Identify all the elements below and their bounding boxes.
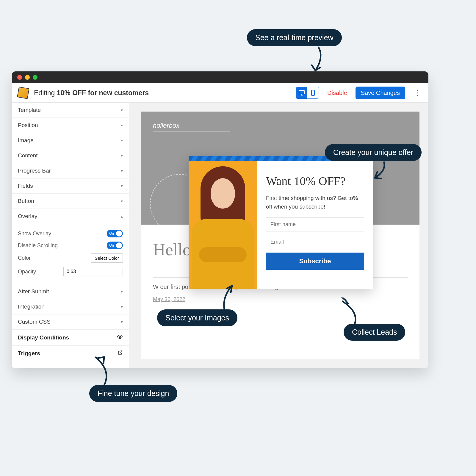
toolbar: Editing 10% OFF for new customers Disabl…: [12, 83, 428, 103]
first-name-input[interactable]: [266, 217, 364, 231]
section-image[interactable]: Image: [12, 133, 129, 148]
more-menu-icon[interactable]: ⋮: [411, 89, 422, 97]
window-titlebar: [12, 71, 428, 83]
opacity-label: Opacity: [18, 269, 36, 275]
popup-preview: Want 10% OFF? First time shopping with u…: [189, 156, 373, 289]
subscribe-button[interactable]: Subscribe: [266, 253, 364, 270]
chevron-down-icon: [121, 168, 123, 173]
chevron-down-icon: [121, 320, 123, 324]
save-button[interactable]: Save Changes: [356, 87, 405, 99]
device-toggle: [296, 87, 319, 99]
chevron-down-icon: [121, 123, 123, 128]
chevron-down-icon: [121, 289, 123, 294]
maximize-window-icon[interactable]: [33, 75, 37, 80]
sidebar: Template Position Image Content Progress…: [12, 103, 129, 368]
mobile-preview-button[interactable]: [307, 87, 319, 98]
section-template[interactable]: Template: [12, 103, 129, 118]
chevron-down-icon: [121, 138, 123, 143]
section-content[interactable]: Content: [12, 148, 129, 163]
popup-content: Want 10% OFF? First time shopping with u…: [257, 161, 373, 289]
close-window-icon[interactable]: [17, 75, 22, 80]
callout-offer: Create your unique offer: [325, 144, 422, 161]
overlay-panel: Show Overlay On Disable Scrolling On Col…: [12, 224, 129, 284]
arrow-offer: [369, 160, 393, 184]
chevron-down-icon: [121, 153, 123, 158]
section-after-submit[interactable]: After Submit: [12, 284, 129, 299]
select-color-button[interactable]: Select Color: [91, 253, 123, 263]
svg-point-2: [313, 94, 313, 95]
post-date: May 30, 2022: [153, 296, 185, 303]
chevron-down-icon: [121, 184, 123, 188]
external-link-icon: [118, 350, 123, 357]
desktop-preview-button[interactable]: [296, 87, 307, 98]
section-display-conditions[interactable]: Display Conditions: [12, 330, 129, 346]
callout-design: Fine tune your design: [89, 385, 177, 402]
eye-icon: [117, 334, 123, 341]
show-overlay-toggle[interactable]: On: [107, 230, 123, 237]
callout-images: Select your Images: [157, 309, 237, 326]
site-brand: hollerbox: [153, 122, 230, 131]
section-custom-css[interactable]: Custom CSS: [12, 314, 129, 330]
editing-title: Editing 10% OFF for new customers: [34, 89, 149, 97]
person-illustration: [189, 161, 257, 289]
callout-leads: Collect Leads: [344, 324, 405, 341]
app-logo-icon: [17, 87, 29, 99]
disable-scrolling-label: Disable Scrolling: [18, 242, 58, 249]
section-integration[interactable]: Integration: [12, 299, 129, 314]
minimize-window-icon[interactable]: [25, 75, 30, 80]
arrow-leads: [336, 298, 363, 327]
svg-point-3: [119, 336, 121, 338]
popup-image: [189, 161, 257, 289]
show-overlay-label: Show Overlay: [18, 231, 51, 237]
svg-rect-0: [299, 90, 304, 94]
callout-preview: See a real-time preview: [247, 29, 342, 46]
section-fields[interactable]: Fields: [12, 178, 129, 194]
section-position[interactable]: Position: [12, 118, 129, 133]
arrow-design: [86, 354, 113, 387]
opacity-input[interactable]: [63, 267, 123, 276]
chevron-up-icon: [121, 214, 123, 219]
color-label: Color: [18, 255, 31, 261]
disable-scrolling-toggle[interactable]: On: [107, 242, 123, 249]
arrow-preview: [306, 45, 330, 75]
disable-button[interactable]: Disable: [324, 90, 350, 96]
popup-description: First time shopping with us? Get to% off…: [266, 194, 364, 211]
chevron-down-icon: [121, 108, 123, 112]
section-progress-bar[interactable]: Progress Bar: [12, 163, 129, 178]
section-button[interactable]: Button: [12, 194, 129, 209]
arrow-images: [219, 283, 239, 312]
email-input[interactable]: [266, 235, 364, 249]
section-overlay[interactable]: Overlay: [12, 209, 129, 224]
popup-title: Want 10% OFF?: [266, 174, 364, 188]
chevron-down-icon: [121, 199, 123, 203]
chevron-down-icon: [121, 304, 123, 309]
